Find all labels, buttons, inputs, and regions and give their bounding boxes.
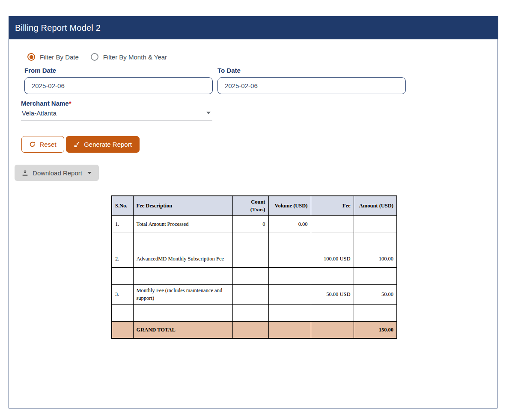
cell-volume [268, 304, 311, 321]
cell-count [232, 304, 268, 321]
download-icon [22, 170, 28, 176]
generate-report-icon [74, 141, 80, 148]
cell-sno [112, 233, 133, 250]
cell-description [133, 304, 232, 321]
generate-report-button[interactable]: Generate Report [66, 136, 140, 153]
radio-filter-by-month-year-label: Filter By Month & Year [103, 53, 167, 61]
column-header: S.No. [112, 196, 133, 216]
column-header: Fee [311, 196, 354, 216]
cell-amount: 150.00 [354, 321, 397, 338]
to-date-input[interactable] [217, 77, 406, 94]
cell-description: AdvancedMD Monthly Subscription Fee [133, 250, 232, 268]
cell-count [232, 233, 268, 250]
cell-description [133, 268, 232, 285]
table-row: 1.Total Amount Processed00.00 [112, 216, 397, 233]
table-row: 2.AdvancedMD Monthly Subscription Fee100… [112, 250, 397, 268]
billing-report-table: S.No.Fee DescriptionCount (Txns)Volume (… [111, 195, 397, 339]
merchant-name-select[interactable]: Vela-Atlanta [21, 108, 212, 121]
reset-button[interactable]: Reset [21, 136, 64, 153]
table-header-row: S.No.Fee DescriptionCount (Txns)Volume (… [112, 196, 397, 216]
reset-icon [29, 141, 36, 148]
merchant-selected-value: Vela-Atlanta [22, 109, 57, 117]
cell-sno [112, 321, 133, 338]
cell-description: Monthly Fee (includes maintenance and su… [133, 285, 232, 304]
download-report-button[interactable]: Download Report [15, 165, 99, 181]
cell-count [232, 321, 268, 338]
page-header: Billing Report Model 2 [9, 16, 498, 39]
billing-report-card: Billing Report Model 2 Filter By Date Fi… [9, 16, 497, 408]
from-date-label: From Date [24, 67, 56, 74]
cell-sno [112, 304, 133, 321]
cell-volume [268, 233, 311, 250]
cell-count: 0 [232, 216, 268, 233]
cell-amount [354, 216, 397, 233]
section-divider [9, 158, 497, 158]
cell-sno: 1. [112, 216, 133, 233]
cell-count [232, 268, 268, 285]
cell-amount: 100.00 [354, 250, 397, 268]
column-header: Fee Description [133, 196, 232, 216]
cell-fee: 50.00 USD [311, 285, 354, 304]
cell-fee [311, 216, 354, 233]
cell-description [133, 233, 232, 250]
caret-down-icon [87, 172, 92, 174]
cell-description: Total Amount Processed [133, 216, 232, 233]
cell-volume [268, 250, 311, 268]
table-row: 3.Monthly Fee (includes maintenance and … [112, 285, 397, 304]
radio-unselected-icon [91, 53, 98, 61]
cell-fee [311, 304, 354, 321]
radio-filter-by-date-label: Filter By Date [40, 53, 79, 61]
cell-count [232, 250, 268, 268]
filter-mode-radios: Filter By Date Filter By Month & Year [27, 53, 167, 61]
cell-fee [311, 268, 354, 285]
cell-sno [112, 268, 133, 285]
cell-volume [268, 268, 311, 285]
page-title: Billing Report Model 2 [15, 23, 101, 33]
cell-fee: 100.00 USD [311, 250, 354, 268]
chevron-down-icon [206, 112, 211, 114]
cell-volume [268, 285, 311, 304]
cell-sno: 2. [112, 250, 133, 268]
from-date-input[interactable] [24, 77, 213, 94]
grand-total-row: GRAND TOTAL150.00 [112, 321, 397, 338]
table-row [112, 268, 397, 285]
column-header: Volume (USD) [268, 196, 311, 216]
cell-volume: 0.00 [268, 216, 311, 233]
radio-filter-by-month-year[interactable]: Filter By Month & Year [91, 53, 167, 61]
table-row [112, 304, 397, 321]
merchant-name-label: Merchant Name* [21, 100, 71, 107]
radio-filter-by-date[interactable]: Filter By Date [27, 53, 79, 61]
cell-volume [268, 321, 311, 338]
cell-fee [311, 233, 354, 250]
cell-sno: 3. [112, 285, 133, 304]
cell-fee [311, 321, 354, 338]
cell-amount [354, 304, 397, 321]
radio-selected-icon [27, 53, 35, 61]
column-header: Amount (USD) [354, 196, 397, 216]
cell-amount [354, 268, 397, 285]
column-header: Count (Txns) [232, 196, 268, 216]
cell-count [232, 285, 268, 304]
cell-amount [354, 233, 397, 250]
table-row [112, 233, 397, 250]
to-date-label: To Date [217, 67, 241, 74]
required-asterisk: * [69, 100, 71, 107]
cell-description: GRAND TOTAL [133, 321, 232, 338]
cell-amount: 50.00 [354, 285, 397, 304]
